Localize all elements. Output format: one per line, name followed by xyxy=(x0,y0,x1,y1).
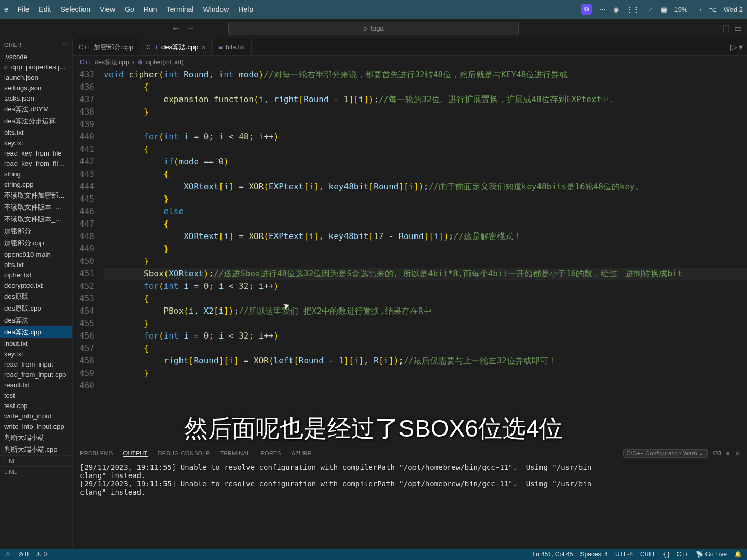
panel-tab-problems[interactable]: PROBLEMS xyxy=(80,450,113,456)
outline-section[interactable]: LINE xyxy=(0,455,72,466)
search-icon: ⌕ xyxy=(363,24,367,32)
file-item[interactable]: launch.json xyxy=(0,72,72,82)
cpp-file-icon: C++ xyxy=(80,59,92,66)
file-item[interactable]: test xyxy=(0,390,72,400)
cursor-position[interactable]: Ln 451, Col 45 xyxy=(532,551,573,558)
clear-output-icon[interactable]: ⌫ xyxy=(713,450,721,457)
menu-extra-icon[interactable]: ⋯ xyxy=(599,6,606,13)
panel-tabs: PROBLEMSOUTPUTDEBUG CONSOLETERMINALPORTS… xyxy=(73,445,747,461)
nav-back-icon[interactable]: ← xyxy=(171,23,181,34)
file-item[interactable]: 不读取文件版本_无调试 xyxy=(0,201,72,213)
vpn-icon[interactable]: ⟋ xyxy=(647,6,654,13)
file-item[interactable]: string.cpp xyxy=(0,179,72,189)
explorer-sidebar: ORER ⋯ .vscodec_cpp_properties.jsonlaunc… xyxy=(0,38,73,549)
close-icon[interactable]: × xyxy=(202,43,206,51)
file-item[interactable]: read_from_input xyxy=(0,359,72,369)
file-item[interactable]: bits.txt xyxy=(0,127,72,137)
nav-forward-icon[interactable]: → xyxy=(186,23,195,34)
menu-terminal[interactable]: Terminal xyxy=(167,5,194,13)
panel-tab-azure[interactable]: AZURE xyxy=(292,450,312,456)
panel-close-icon[interactable]: ✕ xyxy=(735,450,740,457)
breadcrumb-file[interactable]: des算法.cpp xyxy=(95,58,129,67)
file-item[interactable]: input.txt xyxy=(0,338,72,348)
editor-tab[interactable]: C++加密部分.cpp xyxy=(73,38,140,55)
file-item[interactable]: string xyxy=(0,169,72,179)
file-item[interactable]: des算法.cpp xyxy=(0,326,72,338)
command-center-search[interactable]: ⌕ fpga xyxy=(228,22,519,35)
breadcrumb-symbol[interactable]: cipher(int, int) xyxy=(146,59,184,66)
code-editor[interactable]: 4334364374384394404414424434444454464474… xyxy=(73,68,747,445)
app-icon[interactable]: ▣ xyxy=(661,6,667,13)
panel-tab-terminal[interactable]: TERMINAL xyxy=(220,450,250,456)
config-dropdown[interactable]: C/C++ Configuration Warn ⌄ xyxy=(623,449,708,458)
menu-go[interactable]: Go xyxy=(125,5,134,13)
language-mode[interactable]: C++ xyxy=(677,551,689,558)
menu-selection[interactable]: Selection xyxy=(60,5,90,13)
wifi-icon[interactable]: ⋮⋮ xyxy=(626,6,640,13)
breadcrumb[interactable]: C++ des算法.cpp › ⊕ cipher(int, int) xyxy=(73,56,747,68)
file-item[interactable]: write_into_input xyxy=(0,411,72,421)
code-content[interactable]: void cipher(int Round, int mode)//对每一轮右半… xyxy=(104,68,747,445)
globe-icon[interactable]: ◉ xyxy=(613,6,619,13)
file-item[interactable]: key.txt xyxy=(0,137,72,148)
eol-status[interactable]: CRLF xyxy=(640,551,656,558)
file-item[interactable]: read_from_input.cpp xyxy=(0,369,72,380)
editor-tab[interactable]: ≡bits.txt xyxy=(213,38,252,55)
menu-edit[interactable]: Edit xyxy=(38,5,51,13)
indent-status[interactable]: Spaces: 4 xyxy=(580,551,608,558)
file-item[interactable]: bits.txt xyxy=(0,259,72,270)
file-item[interactable]: key.txt xyxy=(0,348,72,359)
menu-file[interactable]: File xyxy=(18,5,30,13)
menu-e[interactable]: e xyxy=(4,5,8,13)
file-item[interactable]: des原版 xyxy=(0,290,72,302)
file-item[interactable]: tasks.json xyxy=(0,93,72,103)
error-count[interactable]: ⊘ 0 xyxy=(18,551,29,558)
brackets-icon[interactable]: { } xyxy=(663,551,669,558)
panel-tab-output[interactable]: OUTPUT xyxy=(123,450,148,457)
file-item[interactable]: 判断大端小端 xyxy=(0,431,72,443)
menu-help[interactable]: Help xyxy=(238,5,253,13)
remote-icon[interactable]: ⚠ xyxy=(5,551,11,558)
output-body[interactable]: [29/11/2023, 19:11:55] Unable to resolve… xyxy=(73,461,747,549)
encoding-status[interactable]: UTF-8 xyxy=(615,551,633,558)
menu-run[interactable]: Run xyxy=(144,5,157,13)
file-item[interactable]: .vscode xyxy=(0,51,72,62)
control-center-icon[interactable]: ⌥ xyxy=(709,6,716,13)
file-item[interactable]: 判断大端小端.cpp xyxy=(0,443,72,455)
lock-scroll-icon[interactable]: ≡ xyxy=(726,450,730,456)
file-item[interactable]: des算法 xyxy=(0,314,72,326)
menu-view[interactable]: View xyxy=(100,5,115,13)
file-item[interactable]: cipher.txt xyxy=(0,270,72,280)
file-item[interactable]: 加密部分.cpp xyxy=(0,237,72,249)
statusbar: ⚠ ⊘ 0 ⚠ 0 Ln 451, Col 45 Spaces: 4 UTF-8… xyxy=(0,549,747,560)
file-item[interactable]: 不读取文件加密部分… xyxy=(0,189,72,201)
timeline-section[interactable]: LINE xyxy=(0,466,72,477)
date[interactable]: Wed 2 xyxy=(724,6,743,13)
file-item[interactable]: des算法分步运算 xyxy=(0,115,72,127)
panel-tab-ports[interactable]: PORTS xyxy=(260,450,281,456)
file-item[interactable]: write_into_input.cpp xyxy=(0,421,72,431)
file-item[interactable]: des算法.dSYM xyxy=(0,103,72,115)
screen-record-icon[interactable]: ⧉ xyxy=(581,4,592,15)
menu-window[interactable]: Window xyxy=(203,5,229,13)
file-item[interactable]: settings.json xyxy=(0,82,72,93)
notifications-icon[interactable]: 🔔 xyxy=(734,551,742,558)
panel-tab-debug-console[interactable]: DEBUG CONSOLE xyxy=(158,450,210,456)
warning-count[interactable]: ⚠ 0 xyxy=(36,551,47,558)
run-button[interactable]: ▷ ▾ xyxy=(726,38,747,55)
layout-panel-icon[interactable]: ▭ xyxy=(734,23,742,33)
file-item[interactable]: read_key_from_file.cpp xyxy=(0,158,72,169)
file-item[interactable]: openc910-main xyxy=(0,249,72,259)
file-item[interactable]: 加密部分 xyxy=(0,225,72,237)
layout-sidebar-icon[interactable]: ◫ xyxy=(722,23,730,33)
file-item[interactable]: result.txt xyxy=(0,380,72,390)
file-item[interactable]: 不读取文件版本_无调… xyxy=(0,213,72,225)
file-item[interactable]: decrypted.txt xyxy=(0,280,72,290)
file-item[interactable]: test.cpp xyxy=(0,400,72,411)
file-item[interactable]: read_key_from_file xyxy=(0,148,72,158)
explorer-more-icon[interactable]: ⋯ xyxy=(62,41,68,48)
editor-tab[interactable]: C++des算法.cpp× xyxy=(140,38,212,55)
file-item[interactable]: c_cpp_properties.json xyxy=(0,62,72,72)
go-live-button[interactable]: 📡 Go Live xyxy=(696,551,727,558)
file-item[interactable]: des原版.cpp xyxy=(0,302,72,314)
